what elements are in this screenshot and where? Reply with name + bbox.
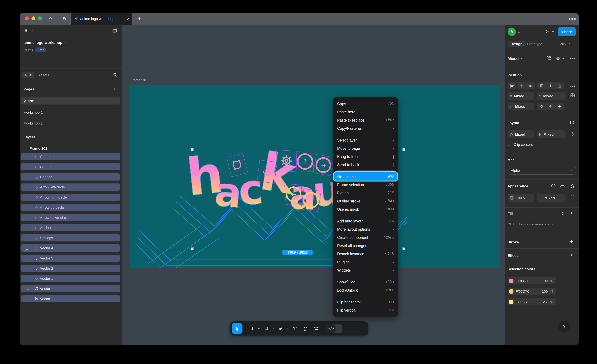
layer-row-compass[interactable]: ◇Compass (21, 153, 120, 160)
menu-item-flatten[interactable]: Flatten⌘E (333, 189, 398, 197)
menu-item-create-component[interactable]: Create component⌥⌘K (333, 233, 398, 241)
flip-vertical-icon[interactable] (555, 103, 564, 111)
layer-row-vector-3[interactable]: Vector 3 (21, 254, 120, 262)
shape-tool-chevron-icon[interactable] (271, 323, 275, 334)
actions-tool[interactable] (311, 323, 321, 334)
layer-row-frame-101[interactable]: Frame 101 (21, 145, 120, 152)
layer-row-settings[interactable]: ◇Settings (21, 234, 120, 241)
menu-item-select-layer[interactable]: Select layer› (333, 136, 398, 144)
search-icon[interactable] (113, 73, 117, 77)
menu-item-reset-all-changes[interactable]: Reset all changes (333, 241, 398, 250)
width-field[interactable]: WMixed (508, 130, 534, 138)
figma-main-menu[interactable] (24, 29, 33, 33)
menu-item-paste-here[interactable]: Paste here (333, 108, 398, 116)
layer-row-vector-4[interactable]: Vector 4 (21, 245, 120, 252)
frame-name-label[interactable]: Frame 101 (131, 78, 147, 82)
constraints-icon[interactable] (569, 93, 575, 99)
menu-item-paste-to-replace[interactable]: Paste to replace⇧⌘R (333, 116, 398, 124)
zoom-menu[interactable]: 120% (558, 42, 572, 46)
opacity-field[interactable]: 100% (508, 194, 534, 202)
tab-assets[interactable]: Assets (35, 72, 52, 78)
styles-blend-icon[interactable] (551, 184, 556, 188)
comment-tool[interactable] (300, 323, 311, 334)
flip-horizontal-icon[interactable] (546, 103, 555, 111)
file-tab[interactable]: anime logo workshop ✕ (71, 13, 132, 24)
visibility-eye-icon[interactable] (560, 184, 565, 189)
create-component-icon[interactable] (556, 56, 560, 61)
y-position-field[interactable]: YMixed (537, 92, 566, 100)
window-more-icon[interactable]: ●●● (568, 17, 575, 20)
menu-item-plugins[interactable]: Plugins› (333, 258, 398, 266)
layer-row-vector[interactable]: Vector (21, 285, 120, 292)
corner-radius-field[interactable]: Mixed (537, 194, 566, 202)
selection-handle[interactable] (190, 148, 194, 151)
blend-droplet-icon[interactable] (570, 184, 575, 188)
close-window-button[interactable] (25, 16, 29, 20)
layer-row-arrow-up-circle[interactable]: ◇Arrow up-circle (21, 204, 120, 211)
avatar-chevron-icon[interactable] (518, 31, 521, 34)
page-item-guide[interactable]: guide (21, 97, 120, 104)
page-item-workshop-2[interactable]: workshop 2 (21, 108, 120, 116)
selection-handle[interactable] (402, 148, 405, 151)
layer-row-anchor[interactable]: ◇Anchor (21, 224, 120, 231)
share-button[interactable]: Share (558, 27, 576, 36)
tab-file[interactable]: File (22, 72, 34, 78)
selection-color-row[interactable]: FCF053 25 % (508, 298, 556, 305)
selection-color-row[interactable]: FF83D1 100 % (508, 277, 556, 284)
shape-tool[interactable] (261, 323, 271, 334)
lock-ratio-icon[interactable] (570, 132, 575, 137)
menu-item-add-auto-layout[interactable]: Add auto layout⇧A (333, 217, 398, 225)
tab-prototype[interactable]: Prototype (524, 41, 545, 47)
tab-design[interactable]: Design (508, 41, 526, 47)
component-grid-icon[interactable] (547, 56, 551, 61)
more-options-icon[interactable]: ••• (570, 56, 576, 61)
file-location-label[interactable]: Drafts (24, 48, 33, 52)
zoom-window-button[interactable] (38, 16, 42, 20)
clip-content-checkbox[interactable]: Clip content (508, 142, 533, 146)
align-top-icon[interactable] (537, 82, 546, 89)
move-tool-chevron-icon[interactable] (243, 323, 246, 334)
fill-styles-icon[interactable] (561, 211, 565, 216)
align-bottom-icon[interactable] (555, 82, 564, 89)
avatar[interactable]: A (508, 28, 516, 36)
page-item-workshop-1[interactable]: workshop 1 (21, 119, 120, 127)
layer-row-github[interactable]: ◇Github (21, 163, 120, 170)
layer-row-arrow-down-circle[interactable]: ◇Arrow down-circle (21, 214, 120, 221)
new-tab-button[interactable]: + (136, 16, 143, 22)
home-icon[interactable] (47, 16, 54, 22)
close-tab-icon[interactable]: ✕ (127, 16, 130, 21)
selection-handle[interactable] (190, 247, 194, 250)
layer-row-arrow-left-circle[interactable]: ◇Arrow left-circle (21, 183, 120, 191)
menu-item-copy[interactable]: Copy⌘C (333, 100, 398, 108)
frame-tool-chevron-icon[interactable] (257, 323, 261, 334)
layer-row-vector-2[interactable]: Vector 2 (21, 265, 120, 272)
add-fill-icon[interactable]: + (570, 210, 573, 216)
menu-item-group-selection[interactable]: Group selection⌘G (334, 172, 397, 181)
menu-item-move-to-page[interactable]: Move to page› (333, 144, 398, 152)
move-tool[interactable] (232, 323, 243, 334)
frame-tool[interactable] (246, 323, 257, 334)
selection-handle[interactable] (402, 247, 405, 250)
add-effect-icon[interactable]: + (570, 252, 573, 258)
align-left-icon[interactable] (508, 82, 516, 89)
present-play-icon[interactable] (544, 29, 549, 34)
pen-tool-chevron-icon[interactable] (286, 323, 290, 334)
menu-item-flip-vertical[interactable]: Flip vertical⇧V (333, 306, 398, 314)
auto-layout-icon[interactable] (570, 120, 574, 125)
layer-row-vector[interactable]: Vector (21, 295, 120, 302)
layer-row-pen-tool[interactable]: ◇Pen tool (21, 173, 120, 181)
color-swatch[interactable] (509, 300, 513, 304)
menu-item-frame-selection[interactable]: Frame selection⌥⌘G (333, 181, 398, 189)
menu-item-lock-unlock[interactable]: Lock/Unlock⇧⌘L (333, 286, 398, 294)
add-page-icon[interactable]: + (113, 87, 116, 92)
menu-item-bring-to-front[interactable]: Bring to front] (333, 152, 398, 160)
toggle-sidebar-icon[interactable] (112, 29, 117, 33)
file-name-menu[interactable]: anime logo workshop (24, 41, 68, 45)
menu-item-widgets[interactable]: Widgets› (333, 266, 398, 274)
menu-item-use-as-mask[interactable]: Use as mask^⌘M (333, 205, 398, 213)
selection-color-row[interactable]: FCCD7C 100 % (508, 288, 556, 295)
text-tool[interactable]: T (290, 323, 300, 334)
x-position-field[interactable]: XMixed (508, 92, 534, 100)
selection-type-menu[interactable]: Mixed (508, 56, 524, 61)
rotate-icon[interactable] (537, 103, 546, 111)
